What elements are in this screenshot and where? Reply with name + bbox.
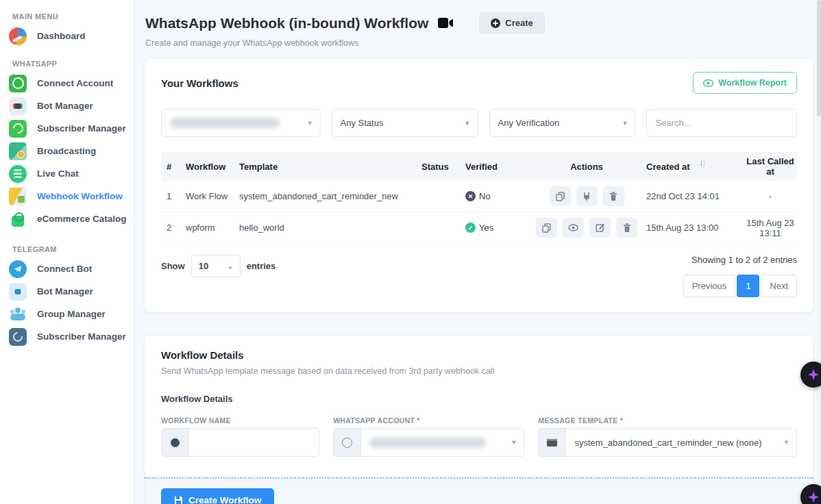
sparkle-icon (807, 490, 820, 504)
col-actions[interactable]: Actions (527, 162, 646, 172)
create-workflow-button[interactable]: Create Workflow (161, 488, 274, 504)
details-card-title: Workflow Details (161, 349, 797, 361)
row-num: 2 (161, 223, 179, 233)
row-last-called-at: 15th Aug 23 13:11 (744, 218, 797, 238)
details-card-footer: Create Workflow (145, 477, 813, 504)
workflow-report-button[interactable]: Workflow Report (693, 72, 797, 94)
col-last-called[interactable]: Last Called at (744, 156, 797, 177)
verification-filter-select[interactable]: Any Verification ▼ (489, 109, 636, 137)
delete-button[interactable] (603, 186, 624, 206)
verified-badge: ✓ Yes (465, 223, 527, 233)
account-filter-select[interactable]: ▼ (161, 109, 321, 137)
webhook-puzzle-icon (9, 188, 27, 205)
pagination-next[interactable]: Next (761, 275, 797, 297)
sidebar-section-main-menu: MAIN MENU (0, 7, 134, 25)
row-workflow-name: wpform (179, 223, 239, 233)
plus-circle-icon (491, 18, 500, 28)
main-content: WhatsApp Webhook (in-bound) Workflow Cre… (134, 0, 821, 504)
table-row: 2 wpform hello_world ✓ Yes (161, 212, 797, 244)
page-size-select[interactable]: 10 ⌄ (191, 255, 241, 277)
workflow-name-label: WORKFLOW NAME (161, 416, 319, 425)
sidebar-item-ecommerce-catalog[interactable]: eCommerce Catalog (0, 207, 134, 230)
message-template-label: MESSAGE TEMPLATE * (538, 416, 797, 425)
verification-filter-value: Any Verification (498, 118, 560, 128)
col-template[interactable]: Template (239, 162, 421, 172)
create-button[interactable]: Create (479, 12, 544, 34)
col-status[interactable]: Status (421, 162, 465, 172)
sidebar-item-bot-manager-whatsapp[interactable]: Bot Manager (0, 94, 134, 117)
col-num[interactable]: # (161, 162, 179, 172)
view-button[interactable] (563, 218, 584, 238)
app-window: MAIN MENU Dashboard WHATSAPP Connect Acc… (0, 0, 821, 504)
row-created-at: 15th Aug 23 13:00 (646, 223, 744, 233)
workflows-card-title: Your Workflows (161, 77, 238, 89)
page-header: WhatsApp Webhook (in-bound) Workflow Cre… (143, 7, 811, 34)
workflow-name-field (161, 428, 319, 457)
status-filter-select[interactable]: Any Status ▼ (332, 109, 478, 137)
whatsapp-account-label: WHATSAPP ACCOUNT * (333, 416, 524, 425)
sidebar-item-label: Connect Account (37, 78, 113, 88)
copy-button[interactable] (536, 218, 557, 238)
pagination-page-1[interactable]: 1 (737, 275, 759, 297)
sidebar-item-label: eCommerce Catalog (37, 214, 127, 224)
sidebar-item-subscriber-manager-telegram[interactable]: Subscriber Manager (0, 325, 134, 348)
sidebar-item-connect-account[interactable]: Connect Account (0, 72, 134, 94)
webhook-plug-button[interactable] (576, 186, 598, 206)
chevron-down-icon: ▼ (622, 120, 628, 127)
sidebar-item-group-manager[interactable]: Group Manager (0, 303, 134, 325)
table-row: 1 Work Flow system_abandoned_cart_remind… (161, 181, 797, 212)
col-workflow[interactable]: Workflow (179, 162, 239, 172)
whatsapp-account-select[interactable]: ▼ (333, 428, 524, 457)
chevron-down-icon: ▼ (465, 120, 471, 127)
row-template-name: system_abandoned_cart_reminder_new (239, 191, 421, 201)
row-workflow-name: Work Flow (179, 191, 239, 201)
scrollbar-track[interactable] (817, 0, 821, 504)
create-workflow-label: Create Workflow (188, 495, 261, 504)
delete-button[interactable] (616, 218, 637, 238)
video-camera-icon[interactable] (438, 17, 454, 29)
template-card-icon (539, 429, 566, 456)
sidebar-item-bot-manager-telegram[interactable]: Bot Manager (0, 280, 134, 303)
sidebar-item-webhook-workflow[interactable]: Webhook Workflow (0, 185, 134, 207)
sidebar-item-live-chat[interactable]: Live Chat (0, 162, 134, 185)
sidebar-item-label: Subscriber Manager (37, 123, 126, 134)
chat-bubble-icon (9, 165, 27, 183)
row-template-name: hello_world (239, 223, 421, 233)
workflow-name-input[interactable] (189, 429, 319, 456)
create-button-label: Create (505, 18, 532, 28)
sidebar-item-label: Connect Bot (37, 264, 92, 274)
robot-icon (9, 283, 27, 301)
sidebar-item-broadcasting[interactable]: Broadcasting (0, 140, 134, 162)
ai-assistant-button[interactable] (800, 362, 821, 388)
sidebar-item-subscriber-manager-whatsapp[interactable]: Subscriber Manager (0, 117, 134, 140)
sidebar-item-label: Bot Manager (37, 286, 93, 297)
page-title: WhatsApp Webhook (in-bound) Workflow (145, 15, 428, 32)
sidebar-item-label: Broadcasting (37, 146, 96, 156)
sort-icon[interactable] (700, 159, 706, 169)
search-box (646, 109, 797, 137)
workflows-table: # Workflow Template Status Verified Acti… (161, 152, 797, 244)
contact-book-icon (9, 120, 27, 138)
sparkle-icon (807, 368, 820, 381)
row-num: 1 (161, 191, 179, 201)
table-header-row: # Workflow Template Status Verified Acti… (161, 152, 797, 181)
megaphone-icon (9, 142, 27, 160)
col-created-at[interactable]: Created at (646, 162, 744, 172)
message-template-select[interactable]: system_abandoned_cart_reminder_new (none… (538, 428, 797, 457)
sidebar-item-label: Group Manager (37, 309, 106, 319)
pagination-previous[interactable]: Previous (683, 275, 736, 297)
sidebar-section-telegram: TELEGRAM (0, 240, 134, 257)
col-verified[interactable]: Verified (465, 162, 527, 172)
edit-button[interactable] (589, 218, 611, 238)
scrollbar-thumb[interactable] (817, 0, 821, 116)
copy-button[interactable] (550, 186, 571, 206)
sidebar-item-label: Dashboard (37, 31, 86, 41)
sidebar-item-connect-bot[interactable]: Connect Bot (0, 257, 134, 280)
search-input[interactable] (655, 118, 788, 128)
chevron-down-icon: ▼ (307, 120, 313, 127)
sidebar-item-dashboard[interactable]: Dashboard (0, 25, 134, 47)
sidebar-section-whatsapp: WHATSAPP (0, 54, 134, 72)
sidebar: MAIN MENU Dashboard WHATSAPP Connect Acc… (0, 0, 134, 504)
dot-icon (162, 429, 189, 456)
show-label: Show (161, 261, 185, 271)
